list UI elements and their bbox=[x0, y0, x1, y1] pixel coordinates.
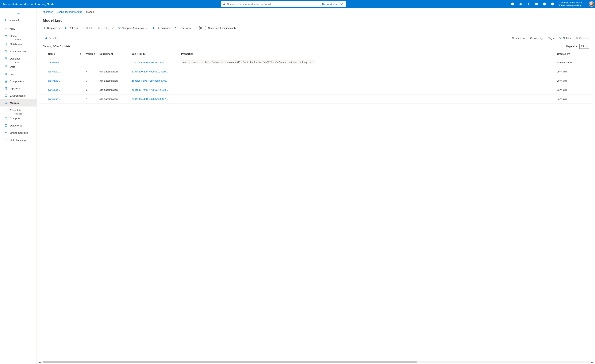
col-job[interactable]: Job (Run ID) bbox=[130, 50, 179, 58]
table-row[interactable]: car-classi...4car-classification37974300… bbox=[39, 67, 593, 76]
model-name-link[interactable]: car-classi... bbox=[48, 79, 61, 82]
sidebar-item-pipelines[interactable]: Pipelines bbox=[0, 85, 36, 92]
reset-view-button[interactable]: Reset view bbox=[173, 25, 193, 31]
col-favorite[interactable]: ☆ bbox=[77, 50, 84, 58]
svg-rect-21 bbox=[5, 95, 7, 97]
page-size-select[interactable]: 25 bbox=[579, 44, 589, 49]
endpoints-icon bbox=[5, 109, 7, 112]
job-link[interactable]: ba0414ac-d9f1-4478-bda8-4d7... bbox=[132, 98, 168, 100]
svg-point-1 bbox=[528, 4, 529, 5]
clear-all-button[interactable]: Clear all bbox=[574, 35, 590, 41]
models-table: Name ☆ Version Experiment Job (Run ID) P… bbox=[39, 50, 593, 104]
svg-rect-23 bbox=[5, 102, 6, 104]
table-row[interactable]: car-classi...1car-classificationba0414ac… bbox=[39, 94, 593, 103]
svg-point-3 bbox=[552, 3, 554, 5]
scroll-left-icon[interactable]: ◀ bbox=[39, 361, 41, 364]
deploy-button[interactable]: Deploy bbox=[96, 25, 116, 31]
show-latest-toggle[interactable] bbox=[199, 26, 206, 30]
edit-columns-button[interactable]: Edit columns bbox=[150, 25, 172, 31]
job-link[interactable]: ba0414ac-d9f1-4478-bda8-4d7... bbox=[132, 61, 168, 64]
job-link[interactable]: 5ecef3c4-bf78-486c-89cb-d78d... bbox=[132, 79, 168, 82]
cell-experiment: car-classification bbox=[98, 94, 130, 103]
compare-button[interactable]: Compare (preview) bbox=[116, 25, 150, 31]
sidebar-item-linked-services[interactable]: Linked Services bbox=[0, 129, 36, 136]
sidebar-item-notebooks[interactable]: Notebooks bbox=[0, 41, 36, 48]
help-icon[interactable] bbox=[541, 0, 549, 8]
feedback-icon[interactable] bbox=[533, 0, 541, 8]
settings-icon[interactable] bbox=[525, 0, 533, 8]
svg-point-5 bbox=[553, 4, 553, 4]
sidebar-item-automated-ml[interactable]: Automated ML bbox=[0, 48, 36, 55]
global-search-input[interactable] bbox=[227, 3, 322, 6]
filter-tags[interactable]: Tags▾ bbox=[546, 35, 557, 41]
result-count: Showing 1-5 of 5 models bbox=[43, 45, 70, 48]
section-label-author: Author bbox=[14, 38, 22, 41]
scroll-right-icon[interactable]: ▶ bbox=[591, 361, 593, 364]
job-link[interactable]: e98cb464-94af-4759-a842-838... bbox=[132, 88, 168, 91]
row-menu-button[interactable]: ··· bbox=[549, 61, 552, 64]
svg-rect-29 bbox=[5, 139, 7, 141]
chevron-down-icon bbox=[145, 27, 148, 29]
columns-icon bbox=[152, 27, 155, 29]
filter-created-on[interactable]: Created on▾ bbox=[510, 35, 528, 41]
smile-icon[interactable] bbox=[549, 0, 557, 8]
global-search[interactable]: This workspace bbox=[221, 1, 346, 7]
sidebar-item-environments[interactable]: Environments bbox=[0, 92, 36, 99]
sidebar-item-new[interactable]: New bbox=[0, 25, 36, 32]
svg-rect-24 bbox=[6, 102, 7, 104]
col-created-by[interactable]: Created by bbox=[555, 50, 593, 58]
jobs-icon bbox=[5, 72, 7, 76]
linked-icon bbox=[5, 131, 7, 134]
table-row[interactable]: amiModel1ba0414ac-d9f1-4478-bda8-4d7...a… bbox=[39, 58, 593, 67]
sidebar-item-components[interactable]: Components bbox=[0, 78, 36, 85]
delete-button[interactable]: Delete bbox=[80, 25, 95, 31]
breadcrumb-workspace[interactable]: John's testing working bbox=[57, 10, 82, 13]
all-filters-button[interactable]: All filters bbox=[557, 35, 574, 41]
filter-icon bbox=[559, 37, 562, 39]
sidebar-item-jobs[interactable]: Jobs bbox=[0, 70, 36, 78]
table-search[interactable] bbox=[43, 35, 111, 41]
notebook-icon bbox=[5, 43, 7, 46]
table-row[interactable]: car-classi...2car-classificatione98cb464… bbox=[39, 85, 593, 94]
toolbar: Register Refresh Delete Deploy bbox=[37, 24, 595, 33]
sidebar-back[interactable]: Microsoft bbox=[0, 16, 36, 24]
model-name-link[interactable]: car-classi... bbox=[48, 98, 61, 100]
register-button[interactable]: Register bbox=[41, 25, 63, 31]
sidebar-item-data[interactable]: Data bbox=[0, 63, 36, 70]
model-name-link[interactable]: car-classi... bbox=[48, 88, 61, 91]
breadcrumb-root[interactable]: Microsoft bbox=[43, 10, 53, 13]
svg-point-13 bbox=[5, 66, 7, 66]
refresh-button[interactable]: Refresh bbox=[63, 25, 80, 31]
sidebar-item-compute[interactable]: Compute bbox=[0, 115, 36, 122]
table-row[interactable]: car-classi...3car-classification5ecef3c4… bbox=[39, 76, 593, 85]
col-name[interactable]: Name bbox=[46, 50, 77, 58]
recent-icon[interactable] bbox=[509, 0, 517, 8]
model-name-link[interactable]: amiModel bbox=[48, 61, 59, 64]
col-properties[interactable]: Properties bbox=[179, 50, 547, 58]
compute-icon bbox=[5, 117, 7, 120]
col-experiment[interactable]: Experiment bbox=[98, 50, 130, 58]
sidebar-item-data-labeling[interactable]: Data Labeling bbox=[0, 136, 36, 143]
sidebar-item-models[interactable]: Models bbox=[0, 99, 36, 107]
play-icon bbox=[98, 27, 100, 29]
table-search-input[interactable] bbox=[49, 37, 109, 40]
horizontal-scrollbar[interactable]: ◀ ▶ bbox=[37, 361, 595, 364]
search-icon bbox=[223, 2, 226, 6]
model-name-link[interactable]: car-classi... bbox=[48, 70, 61, 73]
section-label-assets: Assets bbox=[14, 61, 22, 63]
page-title: Model List bbox=[37, 16, 595, 24]
filter-created-by[interactable]: Created by▾ bbox=[528, 35, 546, 41]
col-version[interactable]: Version bbox=[84, 50, 98, 58]
product-title: Microsoft Azure Machine Learning Studio bbox=[0, 2, 58, 6]
sidebar-item-datastores[interactable]: Datastores bbox=[0, 122, 36, 129]
collapse-sidebar-button[interactable] bbox=[15, 9, 21, 15]
tenant-switcher[interactable]: Azure ML Team Testing John's testing wor… bbox=[557, 0, 588, 8]
hamburger-icon bbox=[17, 11, 20, 14]
job-link[interactable]: 37974300-3cef-4e09-af1a-fced... bbox=[132, 70, 168, 73]
notifications-icon[interactable] bbox=[517, 0, 525, 8]
search-scope-dropdown[interactable]: This workspace bbox=[322, 2, 344, 6]
top-header: Microsoft Azure Machine Learning Studio … bbox=[0, 0, 595, 8]
labeling-icon bbox=[5, 138, 7, 142]
user-avatar[interactable] bbox=[589, 1, 594, 7]
cell-properties bbox=[179, 85, 547, 94]
